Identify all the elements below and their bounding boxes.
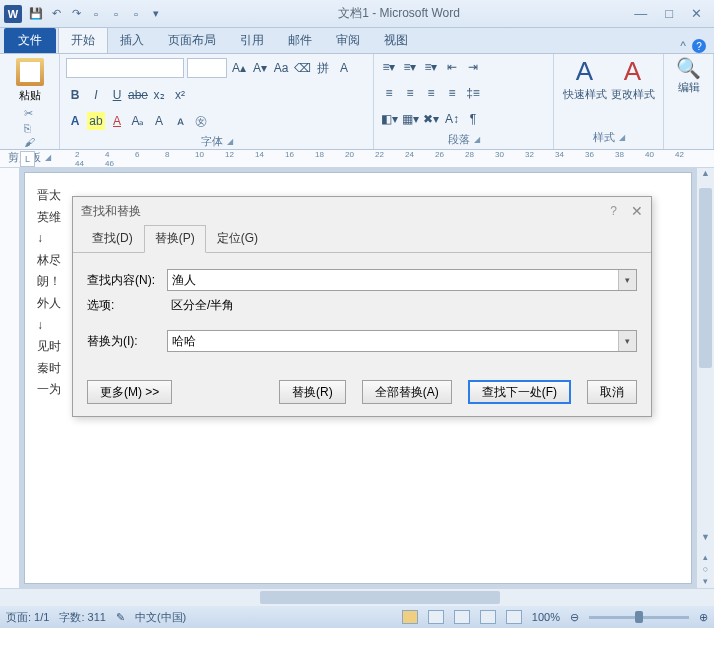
scroll-up-icon[interactable]: ▲	[697, 168, 714, 184]
quick-styles-button[interactable]: A快速样式	[563, 56, 607, 102]
format-painter-icon[interactable]: 🖌	[24, 136, 35, 148]
horizontal-ruler[interactable]: L 24681012141618202224262830323436384042…	[0, 150, 714, 168]
launcher-icon[interactable]: ◢	[474, 135, 480, 144]
shrink-font-icon[interactable]: A▾	[251, 59, 269, 77]
page-number[interactable]: 页面: 1/1	[6, 610, 49, 625]
shading-icon[interactable]: ◧▾	[380, 110, 398, 128]
superscript-button[interactable]: x²	[171, 86, 189, 104]
minimize-icon[interactable]: —	[634, 6, 647, 21]
char-scale-icon[interactable]: Aₐ	[129, 112, 147, 130]
indent-inc-icon[interactable]: ⇥	[464, 58, 482, 76]
change-styles-button[interactable]: A更改样式	[611, 56, 655, 102]
dialog-tab-goto[interactable]: 定位(G)	[206, 225, 269, 252]
tab-selector-icon[interactable]: L	[20, 151, 35, 167]
enclose-char-icon[interactable]: ㊛	[192, 112, 210, 130]
launcher-icon[interactable]: ◢	[45, 153, 51, 162]
paragraph-marks-icon[interactable]: ¶	[464, 110, 482, 128]
close-icon[interactable]: ✕	[691, 6, 702, 21]
tab-references[interactable]: 引用	[228, 28, 276, 53]
maximize-icon[interactable]: □	[665, 6, 673, 21]
find-input[interactable]	[168, 270, 618, 290]
tab-layout[interactable]: 页面布局	[156, 28, 228, 53]
scroll-down-icon[interactable]: ▼	[697, 532, 714, 548]
undo-icon[interactable]: ↶	[48, 6, 64, 22]
qat-icon[interactable]: ▫	[88, 6, 104, 22]
launcher-icon[interactable]: ◢	[227, 137, 233, 146]
paste-button[interactable]: 粘贴	[11, 58, 49, 103]
clear-format-icon[interactable]: ⌫	[293, 59, 311, 77]
print-layout-view-icon[interactable]	[402, 610, 418, 624]
zoom-slider[interactable]	[589, 616, 689, 619]
tab-file[interactable]: 文件	[4, 28, 56, 53]
scroll-thumb[interactable]	[699, 188, 712, 368]
bold-button[interactable]: B	[66, 86, 84, 104]
vertical-scrollbar[interactable]: ▲ ▼ ▴ ○ ▾	[696, 168, 714, 588]
strike-button[interactable]: abe	[129, 86, 147, 104]
numbering-icon[interactable]: ≡▾	[401, 58, 419, 76]
tab-mailings[interactable]: 邮件	[276, 28, 324, 53]
replace-input[interactable]	[168, 331, 618, 351]
subscript-button[interactable]: x₂	[150, 86, 168, 104]
dialog-close-icon[interactable]: ✕	[631, 203, 643, 219]
next-page-icon[interactable]: ▾	[703, 576, 708, 586]
copy-icon[interactable]: ⎘	[24, 122, 35, 134]
zoom-level[interactable]: 100%	[532, 611, 560, 623]
align-justify-icon[interactable]: ≡	[443, 84, 461, 102]
draft-view-icon[interactable]	[506, 610, 522, 624]
outline-view-icon[interactable]	[480, 610, 496, 624]
zoom-out-button[interactable]: ⊖	[570, 611, 579, 624]
text-effects-icon[interactable]: A	[66, 112, 84, 130]
horizontal-scrollbar[interactable]	[0, 588, 714, 606]
find-button[interactable]: 🔍 编辑	[676, 56, 701, 95]
replace-all-button[interactable]: 全部替换(A)	[362, 380, 452, 404]
replace-button[interactable]: 替换(R)	[279, 380, 346, 404]
word-count[interactable]: 字数: 311	[59, 610, 105, 625]
sort-icon[interactable]: ✖▾	[422, 110, 440, 128]
char-grow-icon[interactable]: A	[150, 112, 168, 130]
vertical-ruler[interactable]	[0, 168, 20, 588]
phonetic-icon[interactable]: 拼	[314, 59, 332, 77]
more-button[interactable]: 更多(M) >>	[87, 380, 172, 404]
align-center-icon[interactable]: ≡	[401, 84, 419, 102]
fullscreen-view-icon[interactable]	[428, 610, 444, 624]
multilevel-icon[interactable]: ≡▾	[422, 58, 440, 76]
tab-view[interactable]: 视图	[372, 28, 420, 53]
change-case-icon[interactable]: Aa	[272, 59, 290, 77]
font-name-select[interactable]	[66, 58, 184, 78]
borders-icon[interactable]: ▦▾	[401, 110, 419, 128]
show-marks-icon[interactable]: A↕	[443, 110, 461, 128]
redo-icon[interactable]: ↷	[68, 6, 84, 22]
border-char-icon[interactable]: A	[335, 59, 353, 77]
highlight-icon[interactable]: ab	[87, 112, 105, 130]
qat-dropdown-icon[interactable]: ▾	[148, 6, 164, 22]
tab-insert[interactable]: 插入	[108, 28, 156, 53]
align-left-icon[interactable]: ≡	[380, 84, 398, 102]
browse-object-icon[interactable]: ○	[703, 564, 708, 574]
tab-home[interactable]: 开始	[58, 27, 108, 53]
indent-dec-icon[interactable]: ⇤	[443, 58, 461, 76]
minimize-ribbon-icon[interactable]: ^	[680, 39, 686, 53]
italic-button[interactable]: I	[87, 86, 105, 104]
dialog-tab-find[interactable]: 查找(D)	[81, 225, 144, 252]
grow-font-icon[interactable]: A▴	[230, 59, 248, 77]
launcher-icon[interactable]: ◢	[619, 133, 625, 142]
cut-icon[interactable]: ✂	[24, 107, 35, 120]
font-color-icon[interactable]: A	[108, 112, 126, 130]
qat-icon[interactable]: ▫	[128, 6, 144, 22]
dropdown-icon[interactable]: ▾	[618, 331, 636, 351]
cancel-button[interactable]: 取消	[587, 380, 637, 404]
help-icon[interactable]: ?	[692, 39, 706, 53]
bullets-icon[interactable]: ≡▾	[380, 58, 398, 76]
scroll-thumb[interactable]	[260, 591, 500, 604]
tab-review[interactable]: 审阅	[324, 28, 372, 53]
language-status[interactable]: 中文(中国)	[135, 610, 186, 625]
char-shrink-icon[interactable]: ᴀ	[171, 112, 189, 130]
dropdown-icon[interactable]: ▾	[618, 270, 636, 290]
web-view-icon[interactable]	[454, 610, 470, 624]
align-right-icon[interactable]: ≡	[422, 84, 440, 102]
prev-page-icon[interactable]: ▴	[703, 552, 708, 562]
font-size-select[interactable]	[187, 58, 227, 78]
proofing-icon[interactable]: ✎	[116, 611, 125, 624]
zoom-in-button[interactable]: ⊕	[699, 611, 708, 624]
qat-icon[interactable]: ▫	[108, 6, 124, 22]
